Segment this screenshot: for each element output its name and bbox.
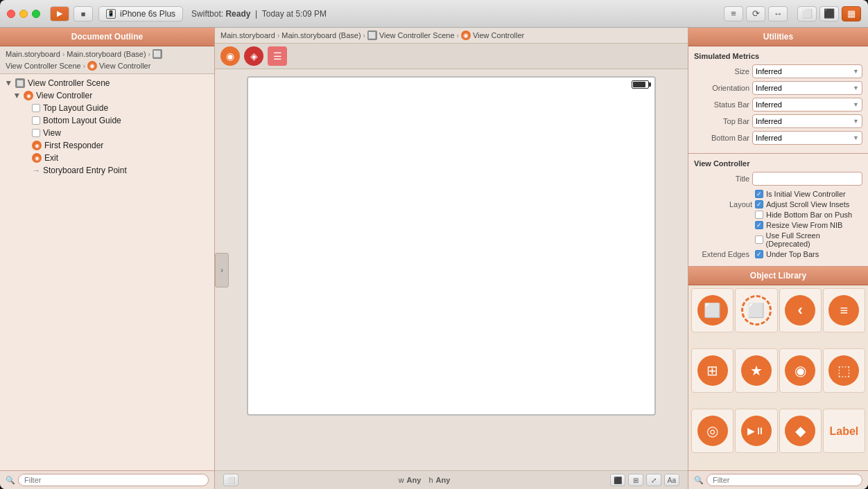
cb-item-undertopbars[interactable]: ✓ Under Top Bars [755, 250, 819, 258]
tree-arrow-vc: ▶ [14, 92, 21, 99]
metric-label-size: Size [694, 67, 749, 75]
debug-btn[interactable]: ⬛ [819, 6, 839, 21]
utilities-btn[interactable]: ▦ [842, 6, 861, 21]
status-ready: Ready [225, 9, 250, 19]
obj-item-10[interactable]: ◆ [779, 409, 822, 453]
canvas-bottom-bar: ⬜ w Any h Any ⬛ ⊞ ⤢ Aa [215, 470, 688, 489]
canvas-ctrl-4[interactable]: Aa [664, 474, 679, 486]
sb-crumb-1[interactable]: Main.storyboard [220, 31, 275, 39]
metric-select-arrow-orientation: ▼ [853, 85, 859, 91]
tree-label-ep: Storyboard Entry Point [43, 166, 127, 175]
obj-item-0[interactable]: ⬜ [691, 288, 734, 332]
metric-select-topbar[interactable]: Inferred ▼ [752, 114, 862, 128]
metric-select-statusbar[interactable]: Inferred ▼ [752, 98, 862, 112]
obj-item-8[interactable]: ◎ [691, 409, 734, 453]
cb-row-resize: ✓ Resize View From NIB [694, 221, 862, 229]
tree-item-entry-point[interactable]: ▶ → Storyboard Entry Point [0, 164, 214, 177]
obj-icon-5: ★ [741, 355, 772, 386]
tree-item-vc[interactable]: ▶ ◉ View Controller [0, 89, 214, 102]
cb-resize[interactable]: ✓ [755, 221, 763, 229]
metric-select-bottombar[interactable]: Inferred ▼ [752, 131, 862, 145]
obj-item-7[interactable]: ⬚ [823, 348, 865, 393]
tree-item-exit[interactable]: ▶ ◉ Exit [0, 152, 214, 164]
editor-assistant-btn[interactable]: ⟳ [746, 6, 765, 21]
vc-title-label: Title [694, 175, 749, 183]
breadcrumb-item-vc[interactable]: View Controller [99, 62, 150, 70]
breadcrumb-item-scene[interactable]: View Controller Scene [6, 62, 81, 70]
canvas-ctrl-3[interactable]: ⤢ [646, 474, 661, 486]
metric-select-orientation[interactable]: Inferred ▼ [752, 81, 862, 95]
left-filter-input[interactable] [18, 474, 209, 486]
close-button[interactable] [7, 10, 15, 18]
cb-item-initial[interactable]: ✓ Is Initial View Controller [755, 190, 846, 198]
cb-item-fullscreen[interactable]: Use Full Screen (Deprecated) [755, 231, 862, 248]
cb-hidebar[interactable] [755, 211, 763, 219]
cb-item-resize[interactable]: ✓ Resize View From NIB [755, 221, 842, 229]
tree-item-first-responder[interactable]: ▶ ◉ First Responder [0, 139, 214, 152]
maximize-button[interactable] [32, 10, 40, 18]
breadcrumb-item-storyboard-base[interactable]: Main.storyboard (Base) [67, 50, 146, 58]
editor-version-btn[interactable]: ↔ [768, 6, 788, 21]
vc-title-input[interactable] [752, 172, 862, 186]
sb-crumb-3[interactable]: View Controller Scene [379, 31, 455, 39]
object-library: Object Library ⬜ ⬜ ‹ ≡ [688, 267, 868, 489]
canvas-area: Main.storyboard › Main.storyboard (Base)… [215, 28, 688, 489]
metric-value-orientation: Inferred [756, 84, 782, 92]
tree-item-top-guide[interactable]: ▶ Top Layout Guide [0, 102, 214, 114]
cb-fullscreen[interactable] [755, 235, 763, 244]
tree-icon-fr: ◉ [32, 141, 42, 150]
sb-crumb-4[interactable]: View Controller [473, 31, 524, 39]
tree-item-vcs[interactable]: ▶ ⬜ View Controller Scene [0, 77, 214, 89]
left-panel-footer: 🔍 [0, 470, 214, 489]
collapse-button[interactable]: › [215, 253, 229, 287]
canvas-content[interactable]: › [215, 69, 688, 470]
metric-label-orientation: Orientation [694, 84, 749, 92]
tree-item-view[interactable]: ▶ View [0, 127, 214, 139]
tree-item-bottom-guide[interactable]: ▶ Bottom Layout Guide [0, 114, 214, 127]
cb-initial[interactable]: ✓ [755, 190, 763, 198]
obj-icon-10: ◆ [785, 416, 815, 446]
obj-icon-7: ⬚ [828, 355, 859, 386]
canvas-ctrl-2[interactable]: ⊞ [628, 474, 643, 486]
editor-standard-btn[interactable]: ≡ [724, 6, 743, 21]
tree-label-vc: View Controller [36, 91, 92, 100]
canvas-icon-red[interactable]: ◈ [244, 46, 263, 66]
cb-item-scroll[interactable]: ✓ Adjust Scroll View Insets [755, 200, 849, 208]
tree-icon-ep: → [32, 166, 40, 175]
obj-icon-8: ◎ [697, 416, 728, 446]
tree-view: ▶ ⬜ View Controller Scene ▶ ◉ View Contr… [0, 74, 214, 470]
obj-label-11: Label [829, 425, 858, 438]
cb-group-scroll: Layout [697, 200, 752, 208]
cb-item-hidebar[interactable]: Hide Bottom Bar on Push [755, 211, 852, 219]
cb-label-fullscreen: Use Full Screen (Deprecated) [766, 231, 862, 248]
canvas-frame-btn[interactable]: ⬜ [223, 474, 238, 486]
canvas-icon-pink[interactable]: ☰ [268, 46, 287, 66]
cb-scroll[interactable]: ✓ [755, 200, 763, 208]
obj-item-5[interactable]: ★ [735, 348, 777, 393]
metric-select-size[interactable]: Inferred ▼ [752, 64, 862, 78]
traffic-lights [7, 10, 40, 18]
cb-undertopbars[interactable]: ✓ [755, 250, 763, 258]
play-button[interactable]: ▶ [50, 6, 69, 21]
obj-item-3[interactable]: ≡ [823, 288, 865, 332]
canvas-icon-vc[interactable]: ◉ [220, 46, 240, 66]
left-panel: Document Outline Main.storyboard › Main.… [0, 28, 215, 489]
breadcrumb-item-storyboard[interactable]: Main.storyboard [6, 50, 60, 58]
obj-item-11[interactable]: Label [823, 409, 865, 453]
canvas-ctrl-1[interactable]: ⬛ [610, 474, 625, 486]
navigator-btn[interactable]: ⬜ [797, 6, 817, 21]
right-filter-input[interactable] [706, 474, 862, 486]
breadcrumb-icon-vc: ◉ [87, 61, 97, 71]
metric-row-statusbar: Status Bar Inferred ▼ [694, 98, 862, 112]
stop-button[interactable]: ■ [73, 6, 93, 21]
sb-crumb-2[interactable]: Main.storyboard (Base) [281, 31, 361, 39]
obj-item-2[interactable]: ‹ [779, 288, 822, 332]
obj-item-6[interactable]: ◉ [779, 348, 822, 393]
obj-item-1[interactable]: ⬜ [735, 288, 777, 332]
tree-icon-vc: ◉ [24, 91, 33, 100]
obj-item-4[interactable]: ⊞ [691, 348, 734, 393]
scheme-selector[interactable]: 📱 iPhone 6s Plus [98, 6, 183, 21]
obj-item-9[interactable]: ▶⏸ [735, 409, 777, 453]
battery-nub [649, 82, 651, 87]
minimize-button[interactable] [19, 10, 28, 18]
